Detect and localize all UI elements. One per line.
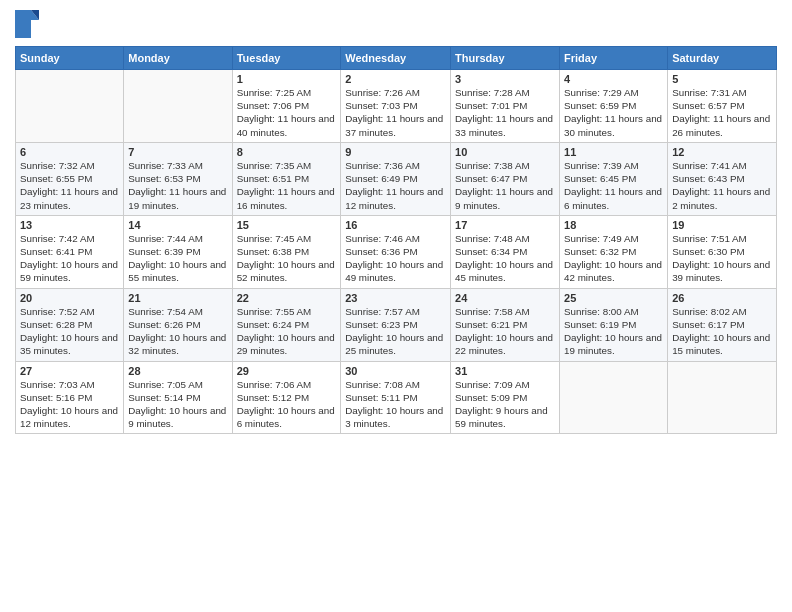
calendar-cell: 18Sunrise: 7:49 AMSunset: 6:32 PMDayligh… xyxy=(560,215,668,288)
day-number: 2 xyxy=(345,73,446,85)
day-number: 11 xyxy=(564,146,663,158)
calendar-cell: 7Sunrise: 7:33 AMSunset: 6:53 PMDaylight… xyxy=(124,142,232,215)
day-info: Sunrise: 7:49 AMSunset: 6:32 PMDaylight:… xyxy=(564,232,663,285)
weekday-header-thursday: Thursday xyxy=(451,47,560,70)
calendar-cell: 16Sunrise: 7:46 AMSunset: 6:36 PMDayligh… xyxy=(341,215,451,288)
weekday-header-row: SundayMondayTuesdayWednesdayThursdayFrid… xyxy=(16,47,777,70)
day-number: 5 xyxy=(672,73,772,85)
calendar-cell: 14Sunrise: 7:44 AMSunset: 6:39 PMDayligh… xyxy=(124,215,232,288)
calendar-cell: 4Sunrise: 7:29 AMSunset: 6:59 PMDaylight… xyxy=(560,70,668,143)
day-number: 3 xyxy=(455,73,555,85)
weekday-header-saturday: Saturday xyxy=(668,47,777,70)
calendar-cell: 13Sunrise: 7:42 AMSunset: 6:41 PMDayligh… xyxy=(16,215,124,288)
day-number: 7 xyxy=(128,146,227,158)
day-number: 6 xyxy=(20,146,119,158)
calendar-cell: 24Sunrise: 7:58 AMSunset: 6:21 PMDayligh… xyxy=(451,288,560,361)
week-row-1: 1Sunrise: 7:25 AMSunset: 7:06 PMDaylight… xyxy=(16,70,777,143)
calendar-cell: 21Sunrise: 7:54 AMSunset: 6:26 PMDayligh… xyxy=(124,288,232,361)
day-info: Sunrise: 7:45 AMSunset: 6:38 PMDaylight:… xyxy=(237,232,337,285)
day-info: Sunrise: 8:02 AMSunset: 6:17 PMDaylight:… xyxy=(672,305,772,358)
calendar-table: SundayMondayTuesdayWednesdayThursdayFrid… xyxy=(15,46,777,434)
calendar-cell: 28Sunrise: 7:05 AMSunset: 5:14 PMDayligh… xyxy=(124,361,232,434)
day-info: Sunrise: 7:48 AMSunset: 6:34 PMDaylight:… xyxy=(455,232,555,285)
calendar-cell: 8Sunrise: 7:35 AMSunset: 6:51 PMDaylight… xyxy=(232,142,341,215)
week-row-4: 20Sunrise: 7:52 AMSunset: 6:28 PMDayligh… xyxy=(16,288,777,361)
day-number: 23 xyxy=(345,292,446,304)
day-number: 19 xyxy=(672,219,772,231)
weekday-header-tuesday: Tuesday xyxy=(232,47,341,70)
calendar-cell xyxy=(124,70,232,143)
day-number: 16 xyxy=(345,219,446,231)
day-number: 31 xyxy=(455,365,555,377)
day-number: 29 xyxy=(237,365,337,377)
weekday-header-friday: Friday xyxy=(560,47,668,70)
day-info: Sunrise: 7:38 AMSunset: 6:47 PMDaylight:… xyxy=(455,159,555,212)
day-number: 28 xyxy=(128,365,227,377)
day-number: 1 xyxy=(237,73,337,85)
day-info: Sunrise: 7:35 AMSunset: 6:51 PMDaylight:… xyxy=(237,159,337,212)
day-info: Sunrise: 7:33 AMSunset: 6:53 PMDaylight:… xyxy=(128,159,227,212)
day-info: Sunrise: 7:26 AMSunset: 7:03 PMDaylight:… xyxy=(345,86,446,139)
day-number: 22 xyxy=(237,292,337,304)
day-info: Sunrise: 7:03 AMSunset: 5:16 PMDaylight:… xyxy=(20,378,119,431)
day-info: Sunrise: 7:44 AMSunset: 6:39 PMDaylight:… xyxy=(128,232,227,285)
day-info: Sunrise: 7:41 AMSunset: 6:43 PMDaylight:… xyxy=(672,159,772,212)
day-number: 15 xyxy=(237,219,337,231)
week-row-3: 13Sunrise: 7:42 AMSunset: 6:41 PMDayligh… xyxy=(16,215,777,288)
day-info: Sunrise: 7:54 AMSunset: 6:26 PMDaylight:… xyxy=(128,305,227,358)
day-number: 12 xyxy=(672,146,772,158)
calendar-cell: 27Sunrise: 7:03 AMSunset: 5:16 PMDayligh… xyxy=(16,361,124,434)
day-number: 27 xyxy=(20,365,119,377)
day-info: Sunrise: 7:55 AMSunset: 6:24 PMDaylight:… xyxy=(237,305,337,358)
calendar-cell: 1Sunrise: 7:25 AMSunset: 7:06 PMDaylight… xyxy=(232,70,341,143)
day-info: Sunrise: 8:00 AMSunset: 6:19 PMDaylight:… xyxy=(564,305,663,358)
day-number: 24 xyxy=(455,292,555,304)
calendar-cell: 10Sunrise: 7:38 AMSunset: 6:47 PMDayligh… xyxy=(451,142,560,215)
calendar-cell xyxy=(16,70,124,143)
day-number: 21 xyxy=(128,292,227,304)
calendar-cell: 20Sunrise: 7:52 AMSunset: 6:28 PMDayligh… xyxy=(16,288,124,361)
day-info: Sunrise: 7:51 AMSunset: 6:30 PMDaylight:… xyxy=(672,232,772,285)
day-info: Sunrise: 7:57 AMSunset: 6:23 PMDaylight:… xyxy=(345,305,446,358)
day-number: 30 xyxy=(345,365,446,377)
calendar-cell: 17Sunrise: 7:48 AMSunset: 6:34 PMDayligh… xyxy=(451,215,560,288)
day-number: 8 xyxy=(237,146,337,158)
calendar-cell: 30Sunrise: 7:08 AMSunset: 5:11 PMDayligh… xyxy=(341,361,451,434)
day-number: 10 xyxy=(455,146,555,158)
week-row-5: 27Sunrise: 7:03 AMSunset: 5:16 PMDayligh… xyxy=(16,361,777,434)
calendar-cell: 2Sunrise: 7:26 AMSunset: 7:03 PMDaylight… xyxy=(341,70,451,143)
day-info: Sunrise: 7:09 AMSunset: 5:09 PMDaylight:… xyxy=(455,378,555,431)
day-info: Sunrise: 7:25 AMSunset: 7:06 PMDaylight:… xyxy=(237,86,337,139)
day-number: 20 xyxy=(20,292,119,304)
calendar-cell: 25Sunrise: 8:00 AMSunset: 6:19 PMDayligh… xyxy=(560,288,668,361)
day-info: Sunrise: 7:31 AMSunset: 6:57 PMDaylight:… xyxy=(672,86,772,139)
calendar-cell: 3Sunrise: 7:28 AMSunset: 7:01 PMDaylight… xyxy=(451,70,560,143)
calendar-cell: 31Sunrise: 7:09 AMSunset: 5:09 PMDayligh… xyxy=(451,361,560,434)
calendar-cell: 22Sunrise: 7:55 AMSunset: 6:24 PMDayligh… xyxy=(232,288,341,361)
day-info: Sunrise: 7:05 AMSunset: 5:14 PMDaylight:… xyxy=(128,378,227,431)
day-info: Sunrise: 7:29 AMSunset: 6:59 PMDaylight:… xyxy=(564,86,663,139)
day-info: Sunrise: 7:36 AMSunset: 6:49 PMDaylight:… xyxy=(345,159,446,212)
logo xyxy=(15,10,43,38)
weekday-header-sunday: Sunday xyxy=(16,47,124,70)
day-number: 25 xyxy=(564,292,663,304)
calendar-cell: 26Sunrise: 8:02 AMSunset: 6:17 PMDayligh… xyxy=(668,288,777,361)
week-row-2: 6Sunrise: 7:32 AMSunset: 6:55 PMDaylight… xyxy=(16,142,777,215)
calendar-cell: 23Sunrise: 7:57 AMSunset: 6:23 PMDayligh… xyxy=(341,288,451,361)
calendar-cell: 29Sunrise: 7:06 AMSunset: 5:12 PMDayligh… xyxy=(232,361,341,434)
weekday-header-monday: Monday xyxy=(124,47,232,70)
day-number: 4 xyxy=(564,73,663,85)
calendar-cell: 6Sunrise: 7:32 AMSunset: 6:55 PMDaylight… xyxy=(16,142,124,215)
day-info: Sunrise: 7:42 AMSunset: 6:41 PMDaylight:… xyxy=(20,232,119,285)
day-number: 13 xyxy=(20,219,119,231)
page: SundayMondayTuesdayWednesdayThursdayFrid… xyxy=(0,0,792,612)
day-info: Sunrise: 7:52 AMSunset: 6:28 PMDaylight:… xyxy=(20,305,119,358)
day-info: Sunrise: 7:06 AMSunset: 5:12 PMDaylight:… xyxy=(237,378,337,431)
day-number: 9 xyxy=(345,146,446,158)
calendar-cell: 9Sunrise: 7:36 AMSunset: 6:49 PMDaylight… xyxy=(341,142,451,215)
calendar-cell: 5Sunrise: 7:31 AMSunset: 6:57 PMDaylight… xyxy=(668,70,777,143)
day-info: Sunrise: 7:39 AMSunset: 6:45 PMDaylight:… xyxy=(564,159,663,212)
day-number: 14 xyxy=(128,219,227,231)
day-number: 26 xyxy=(672,292,772,304)
day-info: Sunrise: 7:46 AMSunset: 6:36 PMDaylight:… xyxy=(345,232,446,285)
